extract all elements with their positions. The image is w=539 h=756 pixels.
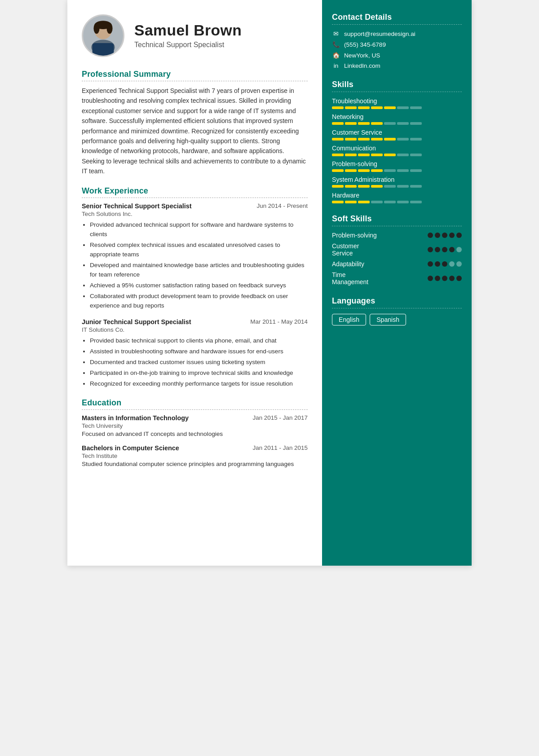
skill-segment — [332, 138, 344, 141]
header-info: Samuel Brown Technical Support Specialis… — [134, 22, 242, 49]
edu-date: Jan 2015 - Jan 2017 — [252, 414, 308, 421]
contact-item: in LinkedIn.com — [332, 62, 462, 69]
contact-icon: 🏠 — [332, 52, 340, 59]
list-item: Collaborated with product development te… — [90, 291, 308, 310]
soft-skill-item: Adaptability — [332, 260, 462, 268]
professional-summary-title: Professional Summary — [82, 70, 308, 79]
list-item: Recognized for exceeding monthly perform… — [90, 379, 308, 388]
education-title: Education — [82, 398, 308, 408]
skill-segment — [410, 122, 422, 125]
soft-skill-item: TimeManagement — [332, 271, 462, 286]
skill-segment — [358, 122, 370, 125]
skill-bar — [332, 106, 462, 109]
skill-segment — [371, 154, 383, 156]
languages-title: Languages — [332, 296, 462, 306]
resume-header: Samuel Brown Technical Support Specialis… — [82, 14, 308, 57]
skill-segment — [371, 185, 383, 188]
section-work-experience: Work Experience Senior Technical Support… — [82, 186, 308, 389]
skill-name: Hardware — [332, 192, 462, 199]
soft-skill-dot — [449, 247, 455, 252]
job-header: Junior Technical Support Specialist Mar … — [82, 318, 308, 325]
skill-segment — [397, 201, 409, 203]
skill-segment — [345, 154, 357, 156]
skill-segment — [384, 106, 396, 109]
contact-value: (555) 345-6789 — [344, 41, 386, 48]
edu-school: Tech Institute — [82, 453, 308, 459]
skill-segment — [384, 169, 396, 172]
list-item: Participated in on-the-job training to i… — [90, 368, 308, 378]
work-divider — [82, 198, 308, 198]
skill-item: Troubleshooting — [332, 97, 462, 109]
skill-segment — [332, 106, 344, 109]
job-company: IT Solutions Co. — [82, 326, 308, 333]
skill-segment — [332, 201, 344, 203]
soft-skill-dot — [428, 233, 433, 238]
summary-text: Experienced Technical Support Specialist… — [82, 86, 308, 176]
skill-segment — [345, 138, 357, 141]
contact-value: support@resumedesign.ai — [344, 31, 415, 37]
skill-segment — [371, 138, 383, 141]
right-column: Contact Details ✉ support@resumedesign.a… — [322, 0, 472, 566]
soft-skill-dot — [456, 276, 462, 281]
skill-bar — [332, 185, 462, 188]
skills-list: Troubleshooting Networking Customer Serv… — [332, 97, 462, 203]
skill-name: Communication — [332, 145, 462, 152]
list-item: Resolved complex technical issues and es… — [90, 240, 308, 259]
contact-value: LinkedIn.com — [344, 62, 380, 69]
soft-skill-dot — [456, 247, 462, 252]
skill-segment — [410, 185, 422, 188]
skill-segment — [397, 169, 409, 172]
list-item: Developed and maintained knowledge base … — [90, 260, 308, 279]
skill-segment — [345, 106, 357, 109]
skill-bar — [332, 122, 462, 125]
contact-item: ✉ support@resumedesign.ai — [332, 30, 462, 37]
edu-desc: Studied foundational computer science pr… — [82, 461, 308, 467]
skill-bar — [332, 201, 462, 203]
skill-segment — [384, 201, 396, 203]
skill-segment — [410, 201, 422, 203]
skill-segment — [410, 169, 422, 172]
svg-point-5 — [106, 23, 112, 34]
skill-bar — [332, 154, 462, 156]
skill-segment — [332, 122, 344, 125]
soft-skill-dots — [428, 276, 462, 281]
edu-header: Masters in Information Technology Jan 20… — [82, 414, 308, 422]
work-experience-title: Work Experience — [82, 186, 308, 196]
skill-item: Hardware — [332, 192, 462, 203]
left-column: Samuel Brown Technical Support Specialis… — [67, 0, 322, 566]
skill-item: Customer Service — [332, 129, 462, 141]
job-header: Senior Technical Support Specialist Jun … — [82, 202, 308, 210]
soft-skill-dot — [428, 247, 433, 252]
avatar — [82, 14, 124, 57]
edu-degree: Bachelors in Computer Science — [82, 444, 179, 452]
list-item: Provided basic technical support to clie… — [90, 336, 308, 345]
soft-skill-dots — [428, 233, 462, 238]
list-item: Assisted in troubleshooting software and… — [90, 347, 308, 356]
soft-skill-dot — [435, 261, 440, 267]
soft-skill-dot — [449, 261, 455, 267]
soft-skills-list: Problem-solving CustomerService Adaptabi… — [332, 232, 462, 286]
skill-segment — [397, 106, 409, 109]
language-badge: Spanish — [370, 314, 406, 325]
candidate-name: Samuel Brown — [134, 22, 242, 39]
skill-segment — [384, 154, 396, 156]
list-item: Documented and tracked customer issues u… — [90, 357, 308, 367]
skill-name: Troubleshooting — [332, 97, 462, 105]
job-date: Jun 2014 - Present — [256, 202, 308, 209]
edu-desc: Focused on advanced IT concepts and tech… — [82, 431, 308, 437]
resume-container: Samuel Brown Technical Support Specialis… — [67, 0, 472, 566]
soft-skill-dot — [449, 233, 455, 238]
list-item: Provided advanced technical support for … — [90, 220, 308, 239]
section-professional-summary: Professional Summary Experienced Technic… — [82, 70, 308, 176]
contact-icon: 📞 — [332, 41, 340, 48]
job-title: Senior Technical Support Specialist — [82, 202, 191, 210]
list-item: Achieved a 95% customer satisfaction rat… — [90, 281, 308, 290]
languages-section: Languages EnglishSpanish — [332, 296, 462, 325]
skill-segment — [371, 169, 383, 172]
job-item: Senior Technical Support Specialist Jun … — [82, 202, 308, 311]
skill-segment — [397, 185, 409, 188]
skills-title: Skills — [332, 80, 462, 89]
skill-segment — [358, 154, 370, 156]
skills-section: Skills Troubleshooting Networking Custom… — [332, 80, 462, 203]
skill-segment — [345, 169, 357, 172]
